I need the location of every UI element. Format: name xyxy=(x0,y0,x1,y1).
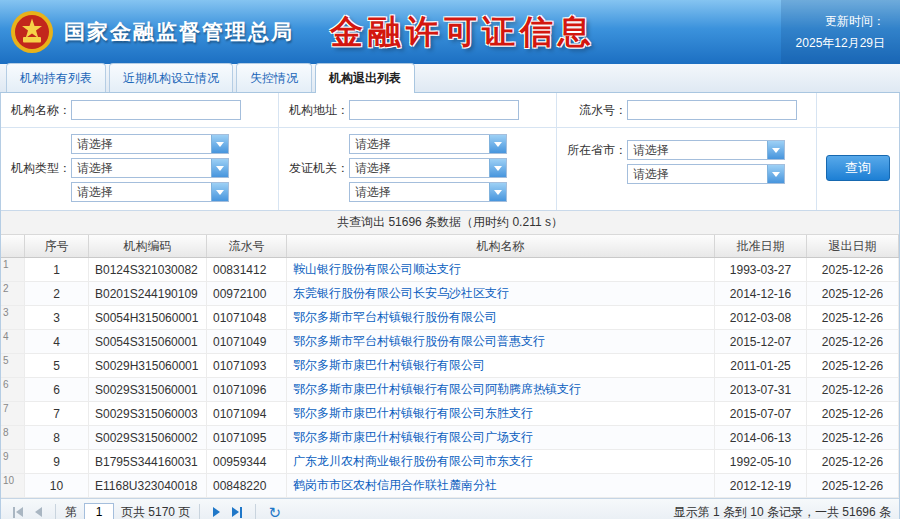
city-select[interactable]: 请选择 xyxy=(627,164,785,184)
prev-page-button[interactable] xyxy=(31,505,46,519)
chevron-down-icon[interactable] xyxy=(767,165,784,183)
refresh-icon[interactable]: ↻ xyxy=(265,505,284,519)
select-value: 请选择 xyxy=(350,183,489,201)
cell-approve-date: 1993-03-27 xyxy=(715,258,807,281)
region-group: 所在省市： 请选择 请选择 xyxy=(557,128,817,210)
cell-org-name: 鄂尔多斯市康巴什村镇银行有限公司广场支行 xyxy=(287,426,715,449)
header-org-code: 机构编码 xyxy=(89,235,207,257)
chevron-down-icon[interactable] xyxy=(489,183,506,201)
table-row[interactable]: 33S0054H31506000101071048鄂尔多斯市罕台村镇银行股份有限… xyxy=(1,306,899,330)
org-name-link[interactable]: 东莞银行股份有限公司长安乌沙社区支行 xyxy=(293,285,509,302)
next-page-button[interactable] xyxy=(209,505,224,519)
cell-approve-date: 1992-05-10 xyxy=(715,450,807,473)
serial-number-input[interactable] xyxy=(627,100,797,120)
tab-exit-list[interactable]: 机构退出列表 xyxy=(315,63,415,93)
table-row[interactable]: 55S0029H31506000101071093鄂尔多斯市康巴什村镇银行有限公… xyxy=(1,354,899,378)
page-label-suffix: 页共 5170 页 xyxy=(121,504,190,519)
org-name-input[interactable] xyxy=(71,100,241,120)
org-type-select-level3[interactable]: 请选择 xyxy=(71,182,229,202)
search-row-selects: 请选择 机构类型： 请选择 请选择 请选择 xyxy=(1,128,899,211)
row-number: 4 xyxy=(1,330,25,353)
cell-seq: 7 xyxy=(25,402,89,425)
tab-out-of-control[interactable]: 失控情况 xyxy=(236,63,312,92)
cell-serial: 01071094 xyxy=(207,402,287,425)
issuer-group: 请选择 发证机关： 请选择 请选择 xyxy=(279,128,557,210)
tab-holding-list[interactable]: 机构持有列表 xyxy=(6,63,106,92)
chevron-down-icon[interactable] xyxy=(489,135,506,153)
org-type-select-level2[interactable]: 请选择 xyxy=(71,158,229,178)
chevron-down-icon[interactable] xyxy=(211,159,228,177)
query-button[interactable]: 查询 xyxy=(826,155,890,181)
header-seq: 序号 xyxy=(25,235,89,257)
row-number: 1 xyxy=(1,258,25,281)
tab-recent-establishments[interactable]: 近期机构设立情况 xyxy=(109,63,233,92)
cell-serial: 00959344 xyxy=(207,450,287,473)
table-row[interactable]: 66S0029S31506000101071096鄂尔多斯市康巴什村镇银行有限公… xyxy=(1,378,899,402)
result-summary: 共查询出 51696 条数据（用时约 0.211 s） xyxy=(1,211,899,235)
issuer-select-level1[interactable]: 请选择 xyxy=(349,134,507,154)
results-table: 序号 机构编码 流水号 机构名称 批准日期 退出日期 11B0124S32103… xyxy=(1,235,899,498)
select-value: 请选择 xyxy=(350,135,489,153)
cell-approve-date: 2012-03-08 xyxy=(715,306,807,329)
agency-title: 国家金融监督管理总局 xyxy=(64,18,294,46)
first-page-button[interactable] xyxy=(9,505,27,519)
table-row[interactable]: 77S0029S31506000301071094鄂尔多斯市康巴什村镇银行有限公… xyxy=(1,402,899,426)
org-name-link[interactable]: 鹤岗市市区农村信用合作联社麓南分社 xyxy=(293,477,497,494)
row-number: 6 xyxy=(1,378,25,401)
cell-org-code: S0029H315060001 xyxy=(89,354,207,377)
tab-panel-exit-list: 机构名称： 机构地址： 流水号： 请选择 机构类型： 请选择 xyxy=(0,93,900,519)
cell-exit-date: 2025-12-26 xyxy=(807,426,899,449)
table-row[interactable]: 44S0054S31506000101071049鄂尔多斯市罕台村镇银行股份有限… xyxy=(1,330,899,354)
chevron-down-icon[interactable] xyxy=(211,135,228,153)
cell-org-code: S0029S315060002 xyxy=(89,426,207,449)
cell-seq: 5 xyxy=(25,354,89,377)
national-emblem-icon xyxy=(10,10,54,54)
header-exit-date: 退出日期 xyxy=(807,235,899,257)
org-type-select-level1[interactable]: 请选择 xyxy=(71,134,229,154)
cell-org-code: B0201S244190109 xyxy=(89,282,207,305)
org-name-link[interactable]: 鄂尔多斯市罕台村镇银行股份有限公司 xyxy=(293,309,497,326)
cell-org-code: S0029S315060003 xyxy=(89,402,207,425)
table-row[interactable]: 11B0124S32103008200831412鞍山银行股份有限公司顺达支行1… xyxy=(1,258,899,282)
org-name-link[interactable]: 鄂尔多斯市康巴什村镇银行有限公司东胜支行 xyxy=(293,405,533,422)
update-time-value: 2025年12月29日 xyxy=(796,35,885,52)
cell-exit-date: 2025-12-26 xyxy=(807,258,899,281)
cell-org-code: S0054S315060001 xyxy=(89,330,207,353)
org-name-link[interactable]: 鞍山银行股份有限公司顺达支行 xyxy=(293,261,461,278)
org-name-link[interactable]: 广东龙川农村商业银行股份有限公司市东支行 xyxy=(293,453,533,470)
org-name-link[interactable]: 鄂尔多斯市康巴什村镇银行有限公司阿勒腾席热镇支行 xyxy=(293,381,581,398)
org-address-input[interactable] xyxy=(349,100,519,120)
province-select[interactable]: 请选择 xyxy=(627,140,785,160)
pagination-info: 显示第 1 条到 10 条记录，一共 51696 条 xyxy=(674,504,891,519)
row-number: 5 xyxy=(1,354,25,377)
table-header-row: 序号 机构编码 流水号 机构名称 批准日期 退出日期 xyxy=(1,235,899,258)
page-input[interactable] xyxy=(84,503,114,519)
issuer-select-level2[interactable]: 请选择 xyxy=(349,158,507,178)
org-name-link[interactable]: 鄂尔多斯市康巴什村镇银行有限公司 xyxy=(293,357,485,374)
select-value: 请选择 xyxy=(350,159,489,177)
org-name-link[interactable]: 鄂尔多斯市康巴什村镇银行有限公司广场支行 xyxy=(293,429,533,446)
cell-org-code: S0029S315060001 xyxy=(89,378,207,401)
table-row[interactable]: 99B1795S34416003100959344广东龙川农村商业银行股份有限公… xyxy=(1,450,899,474)
org-name-link[interactable]: 鄂尔多斯市罕台村镇银行股份有限公司普惠支行 xyxy=(293,333,545,350)
cell-approve-date: 2014-06-13 xyxy=(715,426,807,449)
cell-exit-date: 2025-12-26 xyxy=(807,402,899,425)
header-org-name: 机构名称 xyxy=(287,235,715,257)
cell-approve-date: 2015-07-07 xyxy=(715,402,807,425)
cell-serial: 01071049 xyxy=(207,330,287,353)
issuer-select-level3[interactable]: 请选择 xyxy=(349,182,507,202)
table-row[interactable]: 1010E1168U32304001800848220鹤岗市市区农村信用合作联社… xyxy=(1,474,899,498)
pagination-divider xyxy=(255,504,256,519)
chevron-down-icon[interactable] xyxy=(767,141,784,159)
cell-exit-date: 2025-12-26 xyxy=(807,474,899,497)
page-label-prefix: 第 xyxy=(65,504,77,519)
last-page-button[interactable] xyxy=(228,505,246,519)
pagination-bar: 第 页共 5170 页 ↻ 显示第 1 条到 10 条记录，一共 51696 条 xyxy=(1,498,899,519)
table-row[interactable]: 88S0029S31506000201071095鄂尔多斯市康巴什村镇银行有限公… xyxy=(1,426,899,450)
cell-serial: 01071095 xyxy=(207,426,287,449)
table-row[interactable]: 22B0201S24419010900972100东莞银行股份有限公司长安乌沙社… xyxy=(1,282,899,306)
org-type-label: 机构类型： xyxy=(5,160,71,177)
chevron-down-icon[interactable] xyxy=(489,159,506,177)
prev-page-icon xyxy=(35,507,42,517)
chevron-down-icon[interactable] xyxy=(211,183,228,201)
